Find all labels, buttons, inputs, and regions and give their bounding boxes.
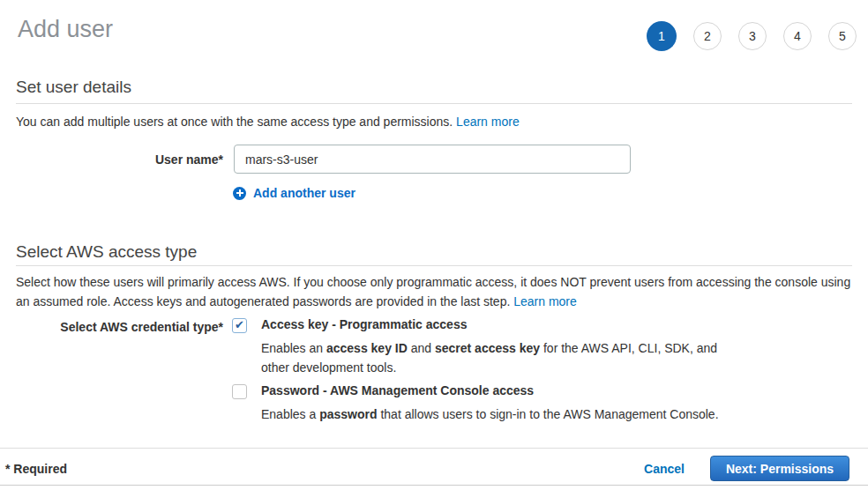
access-key-option-desc: Enables an access key ID and secret acce… bbox=[261, 338, 727, 377]
user-details-intro-text: You can add multiple users at once with … bbox=[16, 115, 456, 129]
access-key-checkbox[interactable] bbox=[232, 318, 247, 333]
page-bottom-divider bbox=[0, 485, 868, 486]
add-another-user-button[interactable]: Add another user bbox=[233, 186, 355, 200]
access-key-option-title: Access key - Programmatic access bbox=[261, 318, 727, 331]
desc-text: Enables a bbox=[261, 407, 319, 421]
plus-circle-icon bbox=[233, 187, 246, 200]
credential-type-label: Select AWS credential type* bbox=[0, 320, 223, 334]
learn-more-link-user-details[interactable]: Learn more bbox=[456, 115, 520, 129]
wizard-step-4: 4 bbox=[783, 22, 812, 50]
desc-bold: access key ID bbox=[326, 341, 408, 355]
password-option-title: Password - AWS Management Console access bbox=[261, 384, 755, 397]
page-title: Add user bbox=[18, 16, 113, 43]
password-checkbox[interactable] bbox=[232, 384, 247, 399]
user-name-label: User name* bbox=[0, 152, 223, 167]
divider bbox=[16, 103, 852, 104]
add-user-page: Add user 1 2 3 4 5 Set user details You … bbox=[0, 0, 868, 490]
desc-text: and bbox=[408, 341, 435, 355]
desc-text: Enables an bbox=[261, 341, 326, 355]
option-access-key: Access key - Programmatic access Enables… bbox=[232, 318, 727, 377]
access-type-intro-text: Select how these users will primarily ac… bbox=[16, 275, 850, 308]
wizard-step-3: 3 bbox=[738, 22, 767, 50]
footer-divider bbox=[0, 448, 868, 449]
wizard-step-5: 5 bbox=[828, 22, 857, 50]
access-type-intro: Select how these users will primarily ac… bbox=[16, 272, 859, 311]
wizard-step-1: 1 bbox=[647, 21, 677, 51]
user-name-input[interactable] bbox=[234, 145, 631, 174]
desc-text: that allows users to sign-in to the AWS … bbox=[378, 407, 719, 421]
learn-more-link-access-type[interactable]: Learn more bbox=[513, 294, 577, 308]
wizard-step-2: 2 bbox=[693, 22, 722, 50]
divider bbox=[16, 265, 852, 266]
section-title-user-details: Set user details bbox=[16, 78, 131, 97]
desc-bold: password bbox=[319, 407, 377, 421]
desc-bold: secret access key bbox=[435, 341, 540, 355]
password-option-desc: Enables a password that allows users to … bbox=[261, 405, 755, 424]
section-title-access-type: Select AWS access type bbox=[16, 242, 197, 262]
user-details-intro: You can add multiple users at once with … bbox=[16, 112, 856, 131]
access-key-option-body: Access key - Programmatic access Enables… bbox=[261, 318, 727, 377]
next-permissions-button[interactable]: Next: Permissions bbox=[710, 456, 849, 481]
wizard-steps: 1 2 3 4 5 bbox=[647, 21, 857, 51]
required-note: * Required bbox=[5, 462, 67, 476]
password-option-body: Password - AWS Management Console access… bbox=[261, 384, 755, 424]
option-password: Password - AWS Management Console access… bbox=[232, 384, 755, 424]
cancel-button[interactable]: Cancel bbox=[644, 462, 685, 476]
add-another-user-label: Add another user bbox=[253, 186, 355, 200]
